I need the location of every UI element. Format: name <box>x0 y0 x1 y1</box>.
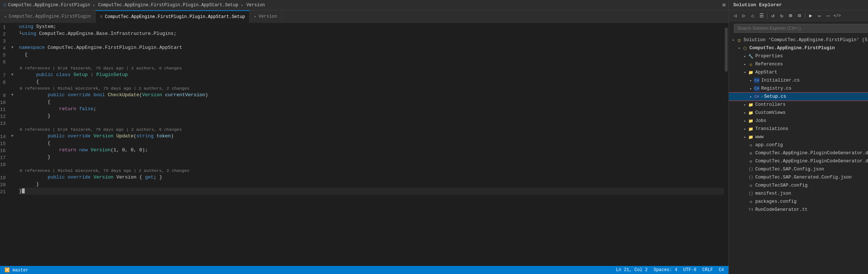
code-span-12: false <box>79 106 93 112</box>
tree-label-12: www <box>755 134 764 140</box>
tab-0[interactable]: ▸ ComputTec.AppEngine.FirstPlugin <box>0 10 95 23</box>
line-number-19: 19 <box>0 174 9 181</box>
status-spaces: Spaces: 4 <box>654 267 677 273</box>
tree-item-5[interactable]: ▸ C# Initializer.cs <box>729 76 868 84</box>
code-span-12 <box>19 106 59 112</box>
tree-item-8[interactable]: ▸ 📁 Controllers <box>729 101 868 109</box>
code-span-0: using <box>19 24 33 29</box>
se-btn-refresh[interactable]: ↻ <box>778 12 786 20</box>
tab-2-label: Version <box>258 14 277 19</box>
se-btn-menu[interactable]: ☰ <box>757 12 766 20</box>
tree-item-14[interactable]: ⊞ ComputTec.AppEngine.PluginCodeGenerato… <box>729 149 868 157</box>
code-content[interactable]: using System;└using ComputTec.AppEngine.… <box>16 23 724 266</box>
code-span-12: return <box>59 106 76 112</box>
line-number-5: 5 <box>0 52 9 59</box>
tree-item-20[interactable]: ⚙ packages.config <box>729 198 868 206</box>
se-btn-forward[interactable]: ▷ <box>740 12 748 20</box>
tree-item-3[interactable]: ▸ ◎ References <box>729 60 868 68</box>
code-row-11: { <box>19 98 724 105</box>
se-title: Solution Explorer <box>733 2 782 8</box>
tree-label-3: References <box>755 62 783 67</box>
status-git: 🔀 master <box>4 267 28 273</box>
code-span-22: override <box>68 174 90 180</box>
line-number-9: 9 <box>0 92 9 99</box>
se-tree: ▾ ◫ Solution 'ComputTec.AppEngine.FirstP… <box>729 35 868 274</box>
code-span-22: Version { <box>113 174 145 180</box>
tree-arrow-7: ▸ <box>748 94 754 100</box>
tree-item-9[interactable]: ▸ 📁 CustomViews <box>729 109 868 117</box>
line-number-18: 18 <box>0 161 9 168</box>
code-editor[interactable]: 123456789101112131415161718192021 ▼▼▼▼ u… <box>0 23 728 266</box>
code-row-20 <box>19 161 724 167</box>
se-btn-back[interactable]: ◁ <box>731 12 739 20</box>
tree-item-11[interactable]: ▸ 📁 Translations <box>729 125 868 133</box>
tree-item-15[interactable]: ⊞ ComputTec.AppEngine.PluginCodeGenerato… <box>729 157 868 165</box>
se-btn-code[interactable]: </> <box>833 12 841 20</box>
code-span-16: ) <box>171 133 174 139</box>
tree-item-2[interactable]: ▸ 🔧 Properties <box>729 52 868 60</box>
fold-empty-24 <box>9 188 16 195</box>
tree-item-13[interactable]: ⚙ app.config <box>729 141 868 149</box>
tab-2-icon: ▸ <box>254 14 256 19</box>
code-pre-16: public override Version Update(string to… <box>19 133 174 140</box>
tree-arrow-15 <box>742 158 748 164</box>
code-pre-8: { <box>19 78 39 85</box>
tree-item-19[interactable]: {} manifest.json <box>729 190 868 198</box>
tree-item-6[interactable]: ▸ C# Registry.cs <box>729 84 868 93</box>
code-span-10 <box>19 92 48 98</box>
tree-item-10[interactable]: ▸ 📁 Jobs <box>729 117 868 125</box>
tree-item-7[interactable]: ▸ C# ✓ Setup.cs <box>729 93 868 101</box>
se-btn-edit[interactable]: ✏ <box>815 12 824 20</box>
se-btn-dash[interactable]: — <box>824 12 832 20</box>
tree-arrow-9: ▸ <box>742 110 748 116</box>
hint-fold-6 <box>9 65 16 71</box>
tree-item-12[interactable]: ▸ 📁 www <box>729 133 868 141</box>
se-btn-run[interactable]: ▶ <box>807 12 815 20</box>
tree-label-2: Properties <box>755 54 783 59</box>
tree-arrow-4: ▾ <box>742 69 748 75</box>
tree-item-21[interactable]: T4 RunCodeGenerator.tt <box>729 206 868 214</box>
tree-item-18[interactable]: ⚙ ComputTecSAP.config <box>729 181 868 190</box>
tab-0-icon: ▸ <box>4 14 7 19</box>
code-span-18: (1, 0, 0, 0); <box>111 147 148 153</box>
tab-1[interactable]: ≡ ComputTec.AppEngine.FirstPlugin.Plugin… <box>95 10 250 23</box>
fold-empty-11 <box>9 98 16 105</box>
line-number-10: 10 <box>0 99 9 106</box>
fold-btn-14[interactable]: ▼ <box>9 133 16 140</box>
hint-fold-21 <box>9 167 16 174</box>
code-row-14 <box>19 119 724 126</box>
tree-arrow-1: ▾ <box>736 45 742 51</box>
tree-item-0[interactable]: ▾ ◫ Solution 'ComputTec.AppEngine.FirstP… <box>729 36 868 44</box>
se-btn-expand[interactable]: ⊞ <box>786 12 795 20</box>
se-btn-sync[interactable]: ↺ <box>769 12 777 20</box>
tree-label-5: Initializer.cs <box>761 78 800 83</box>
scrollbar-track[interactable] <box>724 23 728 266</box>
tree-label-9: CustomViews <box>755 110 786 115</box>
fold-btn-9[interactable]: ▼ <box>9 91 16 98</box>
code-pre-4: { <box>19 51 28 58</box>
code-row-2 <box>19 37 724 44</box>
tree-icon-4: 📁 <box>748 69 754 75</box>
tree-label-19: manifest.json <box>755 191 791 196</box>
tree-arrow-13 <box>742 142 748 148</box>
tree-arrow-2: ▸ <box>742 53 748 59</box>
tab-2[interactable]: ▸ Version <box>250 10 282 23</box>
fold-btn-4[interactable]: ▼ <box>9 44 16 51</box>
tree-label-0: Solution 'ComputTec.AppEngine.FirstPlugi… <box>744 37 868 43</box>
tree-label-21: RunCodeGenerator.tt <box>755 207 808 212</box>
se-btn-collapse[interactable]: ⊟ <box>795 12 803 20</box>
line-number-2: 2 <box>0 31 9 38</box>
tree-item-1[interactable]: ▾ ⬡ ComputTec.AppEngine.FirstPlugin <box>729 44 868 52</box>
tree-item-4[interactable]: ▾ 📁 AppStart <box>729 68 868 76</box>
fold-btn-7[interactable]: ▼ <box>9 71 16 78</box>
se-search-input[interactable] <box>734 24 868 33</box>
code-span-7 <box>19 72 36 77</box>
title-expand-icon[interactable]: ⊞ <box>723 2 726 8</box>
tree-item-16[interactable]: {} ComputTec.SAP.Config.json <box>729 165 868 173</box>
code-span-7 <box>70 72 73 77</box>
tree-item-17[interactable]: {} ComputTec.SAP.Generated.Config.json <box>729 173 868 181</box>
code-span-5 <box>19 59 25 64</box>
fold-column: ▼▼▼▼ <box>9 23 16 266</box>
scrollbar-thumb[interactable] <box>725 28 728 72</box>
se-btn-home[interactable]: ⌂ <box>749 12 757 20</box>
